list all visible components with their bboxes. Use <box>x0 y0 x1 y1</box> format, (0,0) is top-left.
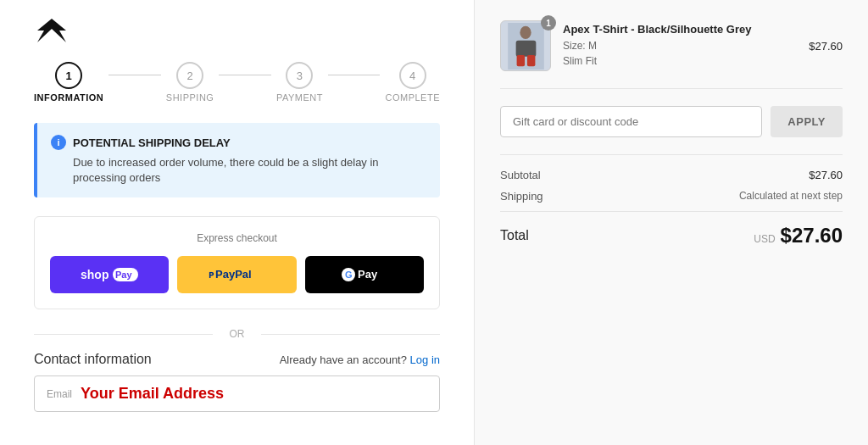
right-panel: 1 Apex T-Shirt - Black/Silhouette Grey S… <box>475 0 868 445</box>
step-line-2 <box>219 75 271 75</box>
step-circle-1: 1 <box>55 62 82 89</box>
step-information: 1 INFORMATION <box>34 62 103 103</box>
or-divider: OR <box>34 328 440 340</box>
gpay-icon: G Pay <box>339 265 390 284</box>
step-circle-3: 3 <box>286 62 313 89</box>
total-currency: USD <box>754 233 775 245</box>
checkout-steps: 1 INFORMATION 2 SHIPPING 3 PAYMENT 4 COM… <box>34 62 440 103</box>
banner-title: i POTENTIAL SHIPPING DELAY <box>51 135 426 150</box>
email-input-field[interactable]: Email Your Email Address <box>34 375 440 412</box>
email-placeholder: Email <box>47 388 72 400</box>
express-checkout-section: Express checkout shop Pay ᴘ PayPal <box>34 216 440 309</box>
apply-discount-button[interactable]: APPLY <box>771 106 843 137</box>
banner-text: Due to increased order volume, there cou… <box>73 155 426 186</box>
product-quantity-badge: 1 <box>541 15 556 31</box>
express-checkout-title: Express checkout <box>50 232 424 244</box>
svg-rect-10 <box>515 40 536 56</box>
step-payment: 3 PAYMENT <box>276 62 323 103</box>
paypal-icon: ᴘ PayPal <box>207 266 266 283</box>
product-details: Apex T-Shirt - Black/Silhouette Grey Siz… <box>563 23 809 69</box>
subtotal-label: Subtotal <box>500 169 541 181</box>
step-circle-2: 2 <box>176 62 203 89</box>
svg-text:ᴘ: ᴘ <box>209 269 214 281</box>
svg-text:Pay: Pay <box>358 268 378 281</box>
svg-rect-11 <box>516 54 524 65</box>
step-label-3: PAYMENT <box>276 92 323 103</box>
svg-text:G: G <box>345 270 353 280</box>
total-label: Total <box>500 228 529 243</box>
shoppay-icon: shop Pay <box>79 265 140 284</box>
gpay-button[interactable]: G Pay <box>305 256 424 293</box>
product-name: Apex T-Shirt - Black/Silhouette Grey <box>563 23 809 36</box>
contact-info-header: Contact information Already have an acco… <box>34 352 440 367</box>
step-circle-4: 4 <box>399 62 426 89</box>
total-amount: $27.60 <box>781 224 843 248</box>
product-price: $27.60 <box>809 40 843 53</box>
product-thumbnail <box>507 23 545 70</box>
product-item: 1 Apex T-Shirt - Black/Silhouette Grey S… <box>500 20 843 89</box>
svg-text:shop: shop <box>81 268 108 281</box>
svg-rect-12 <box>526 54 534 65</box>
step-line-1 <box>108 75 161 75</box>
shipping-label: Shipping <box>500 190 543 203</box>
total-final-row: Total USD $27.60 <box>500 211 843 248</box>
paypal-button[interactable]: ᴘ PayPal <box>177 256 296 293</box>
step-complete: 4 COMPLETE <box>385 62 440 103</box>
shoppay-button[interactable]: shop Pay <box>50 256 169 293</box>
logo-icon <box>34 17 70 44</box>
product-size: Size: M <box>563 38 809 53</box>
discount-row: APPLY <box>500 106 843 137</box>
step-shipping: 2 SHIPPING <box>166 62 214 103</box>
contact-info-label: Contact information <box>34 352 152 367</box>
subtotal-row: Subtotal $27.60 <box>500 169 843 181</box>
svg-text:Pay: Pay <box>115 270 132 280</box>
shipping-row: Shipping Calculated at next step <box>500 190 843 203</box>
product-fit: Slim Fit <box>563 53 809 69</box>
step-label-1: INFORMATION <box>34 92 103 103</box>
step-line-3 <box>328 75 381 75</box>
total-value-group: USD $27.60 <box>754 224 843 248</box>
already-have-account: Already have an account? Log in <box>280 353 440 366</box>
email-value-text: Your Email Address <box>81 385 224 403</box>
info-icon: i <box>51 135 66 150</box>
product-image-wrapper: 1 <box>500 20 551 71</box>
shipping-delay-banner: i POTENTIAL SHIPPING DELAY Due to increa… <box>34 123 440 197</box>
shipping-value: Calculated at next step <box>739 190 843 203</box>
svg-point-9 <box>520 25 531 38</box>
express-buttons: shop Pay ᴘ PayPal G Pay <box>50 256 424 293</box>
logo <box>34 17 440 47</box>
left-panel: 1 INFORMATION 2 SHIPPING 3 PAYMENT 4 COM… <box>0 0 475 445</box>
order-totals: Subtotal $27.60 Shipping Calculated at n… <box>500 154 843 248</box>
step-label-4: COMPLETE <box>385 92 440 103</box>
svg-text:PayPal: PayPal <box>215 268 252 281</box>
subtotal-value: $27.60 <box>809 169 843 181</box>
login-link[interactable]: Log in <box>410 353 440 366</box>
discount-code-input[interactable] <box>500 106 762 137</box>
step-label-2: SHIPPING <box>166 92 214 103</box>
